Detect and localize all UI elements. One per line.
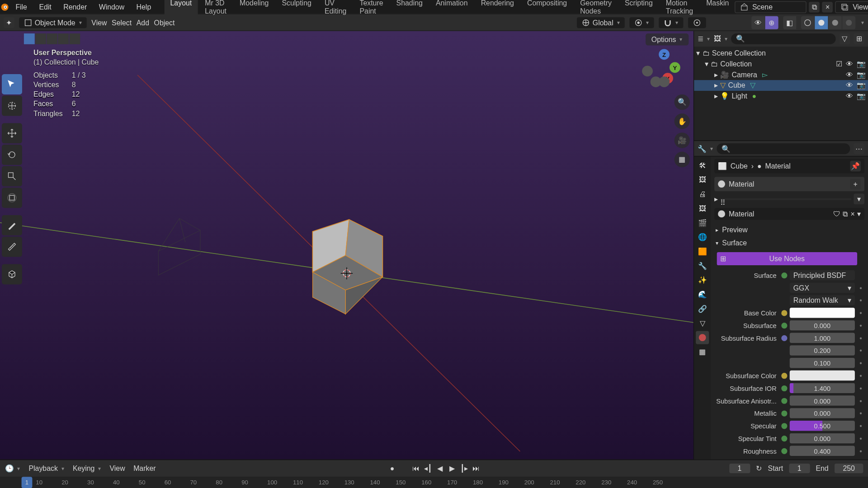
measure-tool[interactable] [2,237,22,257]
perspective-toggle[interactable]: ▦ [675,152,690,167]
row-handle[interactable]: • [859,346,862,355]
properties-options[interactable]: ⋯ [854,143,864,154]
3d-viewport[interactable]: Options User Perspective (1) Collection … [0,31,693,460]
properties-search[interactable]: 🔍 [717,143,850,154]
param-value[interactable]: 0.000 [790,408,855,418]
scene-delete-button[interactable]: × [822,1,833,12]
ptab-tool[interactable]: 🛠 [696,159,709,172]
select-mode-3[interactable] [47,33,57,44]
param-socket[interactable] [781,448,787,454]
row-handle[interactable]: • [859,283,862,292]
current-frame[interactable]: 1 [729,464,750,473]
move-tool[interactable] [2,123,22,143]
outliner-display-mode[interactable]: 🖼 [714,35,727,43]
new-button[interactable]: ▾ [857,210,861,218]
ptab-object[interactable]: 🟧 [696,245,709,258]
tree-scene-collection[interactable]: ▾ 🗀 Scene Collection [694,48,868,59]
row-handle[interactable]: • [859,359,862,367]
pin-button[interactable]: 📌 [850,161,861,172]
param-value[interactable]: 1.000 [790,333,855,343]
ptab-material[interactable] [696,331,709,344]
proportional-edit[interactable] [688,17,706,28]
header-view[interactable]: View [91,18,107,27]
outliner-filter[interactable]: ▽ [840,33,850,44]
gizmo-y[interactable]: Y [670,62,680,73]
tab-geonodes[interactable]: Geometry Nodes [574,0,618,18]
render-icon[interactable]: 📷 [857,70,866,79]
cursor-tool[interactable] [2,96,22,116]
outliner-new-collection[interactable]: ⊞ [854,33,864,44]
transform-tool[interactable] [2,188,22,208]
menu-edit[interactable]: Edit [33,0,57,14]
row-handle[interactable]: • [859,309,862,317]
render-icon[interactable]: 📷 [857,81,866,90]
material-name-input[interactable]: Material [729,210,754,218]
sss-method-select[interactable]: Random Walk▾ [790,295,855,305]
param-color[interactable] [790,308,855,318]
timeline-keying[interactable]: Keying [73,464,101,473]
tab-uv[interactable]: UV Editing [319,0,353,18]
row-handle[interactable]: • [859,409,862,418]
render-icon[interactable]: 📷 [857,60,866,68]
tab-modeling[interactable]: Modeling [234,0,275,18]
ptab-constraints[interactable]: 🔗 [696,302,709,315]
menu-file[interactable]: File [9,0,33,14]
param-value[interactable]: 0.000 [790,433,855,443]
select-mode-2[interactable] [35,33,46,44]
param-socket[interactable] [781,335,787,341]
editor-type-button[interactable]: ✦ [4,17,14,28]
ptab-particles[interactable]: ✨ [696,274,709,287]
param-color[interactable] [790,371,855,380]
material-shading[interactable] [829,16,842,29]
row-handle[interactable]: • [859,396,862,405]
rendered-shading[interactable] [842,16,855,29]
exclude-toggle[interactable]: ☑ [836,60,843,68]
timeline-ruler[interactable]: 1 10203040506070809010011012013014015016… [0,477,868,488]
ptab-physics[interactable]: 🌊 [696,288,709,301]
param-socket[interactable] [781,385,787,391]
properties-editor-type[interactable]: 🔧 [698,145,713,153]
row-handle[interactable]: • [859,321,862,330]
ptab-data[interactable]: ▽ [696,317,709,330]
timeline-playback[interactable]: Playback [28,464,64,473]
tab-shading[interactable]: Shading [390,0,429,18]
panel-surface[interactable]: Surface [714,237,864,250]
param-value[interactable]: 0.200 [790,345,855,355]
play-reverse[interactable]: ◀ [434,464,445,473]
ptab-world[interactable]: 🌐 [696,230,709,244]
autokey-toggle[interactable]: ● [387,464,398,473]
tab-sculpting[interactable]: Sculpting [276,0,317,18]
ptab-viewlayer[interactable]: 🖼 [696,202,709,215]
solid-shading[interactable] [815,16,828,29]
header-object[interactable]: Object [154,18,175,27]
material-slot[interactable]: Material + [714,177,864,191]
start-frame[interactable]: 1 [789,464,810,473]
camera-view-button[interactable]: 🎥 [675,133,690,148]
playhead[interactable]: 1 [22,477,33,488]
tree-item-cube[interactable]: ▸ ▽ Cube ▽ 👁📷 [694,80,868,91]
snap-selector[interactable] [659,17,683,28]
header-select[interactable]: Select [112,18,132,27]
row-handle[interactable]: • [859,296,862,305]
ptab-scene[interactable]: 🎬 [696,216,709,230]
viewport-options[interactable]: Options [646,33,689,45]
breadcrumb-object[interactable]: Cube [731,162,748,170]
header-add[interactable]: Add [137,18,149,27]
xray-toggle[interactable]: ◧ [783,16,796,29]
param-value[interactable]: 0.000 [790,395,855,405]
play[interactable]: ▶ [447,464,458,473]
tab-layout[interactable]: Layout [164,0,198,18]
row-handle[interactable]: • [859,334,862,343]
wireframe-shading[interactable] [801,16,814,29]
eye-icon[interactable]: 👁 [846,60,853,68]
param-socket[interactable] [781,372,787,378]
pivot-selector[interactable] [629,17,654,28]
param-socket[interactable] [781,398,787,404]
unlink-button[interactable]: × [851,210,855,218]
param-value[interactable]: 0.500 [790,421,855,431]
timeline-marker[interactable]: Marker [133,464,156,473]
annotate-tool[interactable] [2,215,22,235]
shading-options[interactable] [860,19,864,25]
jump-end[interactable]: ⏭ [471,464,481,473]
fake-user-button[interactable]: 🛡 [833,210,840,218]
